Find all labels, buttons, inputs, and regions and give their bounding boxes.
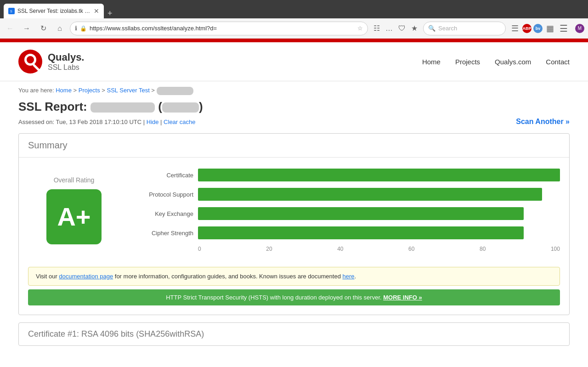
search-bar[interactable]: 🔍 Search [423, 22, 506, 35]
overall-rating: Overall Rating A+ [28, 176, 120, 244]
nav-qualys[interactable]: Qualys.com [495, 58, 531, 66]
nav-bar: ← → ↻ ⌂ ℹ 🔒 https://www.ssllabs.com/sslt… [0, 18, 588, 39]
report-ip-redacted [162, 102, 199, 113]
nav-projects[interactable]: Projects [455, 58, 480, 66]
breadcrumb: You are here: Home > Projects > SSL Serv… [18, 87, 570, 95]
bar-chart-area: Certificate Protocol Support Key Exchang… [138, 169, 560, 252]
bar-row-cipher: Cipher Strength [138, 226, 560, 239]
bookmark-icon[interactable]: ☆ [357, 25, 363, 32]
grade-box: A+ [46, 189, 102, 244]
search-placeholder: Search [438, 25, 457, 32]
reader-view-icon[interactable]: ☷ [372, 23, 382, 34]
svg-text:S: S [10, 10, 12, 13]
url-display: https://www.ssllabs.com/ssltest/analyze.… [90, 25, 355, 32]
browser-chrome: S SSL Server Test: izolabs.tk (Po... ✕ + [0, 0, 588, 18]
certificate-heading: Certificate #1: RSA 4096 bits (SHA256wit… [28, 329, 560, 339]
scan-another-link[interactable]: Scan Another » [516, 118, 570, 126]
hide-link[interactable]: Hide [147, 119, 159, 125]
certificate-card-header: Certificate #1: RSA 4096 bits (SHA256wit… [19, 323, 569, 345]
address-bar[interactable]: ℹ 🔒 https://www.ssllabs.com/ssltest/anal… [70, 22, 368, 35]
more-options-icon[interactable]: … [384, 23, 395, 34]
top-accent-bar [0, 39, 588, 42]
overall-rating-label: Overall Rating [28, 176, 120, 184]
summary-body: Overall Rating A+ Certificate Protocol S [19, 158, 569, 263]
site-nav: Home Projects Qualys.com Contact [422, 58, 570, 66]
x-axis-20: 20 [266, 246, 272, 252]
nav-home[interactable]: Home [422, 58, 441, 66]
search-icon: 🔍 [428, 25, 435, 32]
breadcrumb-home[interactable]: Home [56, 87, 72, 94]
bar-label-protocol: Protocol Support [138, 191, 193, 198]
page-wrapper: Qualys. SSL Labs Home Projects Qualys.co… [0, 39, 588, 367]
bar-container-certificate [198, 169, 560, 181]
assessed-on-value: Tue, 13 Feb 2018 17:10:10 UTC [56, 119, 141, 125]
bar-row-protocol: Protocol Support [138, 188, 560, 201]
bar-container-cipher [198, 226, 560, 239]
tab-favicon: S [8, 8, 15, 14]
grade-text: A+ [57, 204, 90, 230]
content-area: You are here: Home > Projects > SSL Serv… [0, 81, 588, 359]
hsts-info-box: HTTP Strict Transport Security (HSTS) wi… [28, 289, 560, 305]
logo-text: Qualys. SSL Labs [48, 51, 84, 72]
hsts-text: HTTP Strict Transport Security (HSTS) wi… [166, 294, 383, 301]
nav-contact[interactable]: Contact [546, 58, 570, 66]
active-tab[interactable]: S SSL Server Test: izolabs.tk (Po... ✕ [4, 4, 104, 18]
info-box-yellow: Visit our documentation page for more in… [28, 267, 560, 286]
extension2-icon[interactable]: bv [533, 24, 543, 33]
home-button[interactable]: ⌂ [53, 22, 66, 35]
ssl-labs-product: SSL Labs [48, 63, 84, 72]
more-info-link[interactable]: MORE INFO » [383, 294, 422, 301]
bar-cipher [198, 226, 524, 239]
svg-point-4 [27, 56, 34, 63]
breadcrumb-projects[interactable]: Projects [79, 87, 100, 94]
forward-button[interactable]: → [20, 22, 33, 35]
browser-tools: ☰ ABP bv ▦ ☰ [509, 22, 570, 35]
bar-row-certificate: Certificate [138, 169, 560, 181]
x-axis-80: 80 [480, 246, 486, 252]
bar-label-certificate: Certificate [138, 172, 193, 179]
sidebar-icon[interactable]: ▦ [544, 23, 556, 34]
known-issues-link[interactable]: here [343, 273, 355, 280]
bar-row-keyexchange: Key Exchange [138, 207, 560, 220]
browser-tabs: S SSL Server Test: izolabs.tk (Po... ✕ + [4, 0, 116, 18]
new-tab-button[interactable]: + [104, 9, 116, 18]
chart-x-axis: 0 20 40 60 80 100 [138, 246, 560, 252]
summary-card: Summary Overall Rating A+ Certificate [18, 133, 570, 315]
bar-label-keyexchange: Key Exchange [138, 210, 193, 217]
shield-icon[interactable]: 🛡 [396, 23, 407, 34]
breadcrumb-domain-redacted [157, 87, 193, 95]
summary-header: Summary [19, 134, 569, 158]
bar-keyexchange [198, 207, 524, 220]
menu-icon[interactable]: ☰ [558, 22, 570, 35]
assessed-on-label: Assessed on: [18, 119, 54, 125]
report-domain-redacted [90, 102, 155, 113]
bar-label-cipher: Cipher Strength [138, 230, 193, 237]
address-actions: ☷ … 🛡 ★ [372, 23, 419, 34]
purple-ext-icon[interactable]: M [575, 24, 584, 33]
assessed-on-area: Assessed on: Tue, 13 Feb 2018 17:10:10 U… [18, 119, 195, 125]
qualys-brand: Qualys. [48, 51, 84, 63]
report-title-prefix: SSL Report: [18, 100, 87, 113]
logo-area: Qualys. SSL Labs [18, 50, 84, 73]
adblock-icon[interactable]: ABP [522, 24, 531, 33]
x-axis-60: 60 [408, 246, 414, 252]
report-meta: Assessed on: Tue, 13 Feb 2018 17:10:10 U… [18, 118, 570, 126]
star-icon[interactable]: ★ [409, 23, 419, 34]
bar-certificate [198, 169, 560, 181]
clear-cache-link[interactable]: Clear cache [164, 119, 195, 125]
bar-container-keyexchange [198, 207, 560, 220]
library-icon[interactable]: ☰ [509, 23, 520, 34]
documentation-page-link[interactable]: documentation page [59, 273, 113, 280]
tab-title: SSL Server Test: izolabs.tk (Po... [17, 8, 91, 14]
certificate-card: Certificate #1: RSA 4096 bits (SHA256wit… [18, 322, 570, 346]
you-are-here-label: You are here: [18, 87, 54, 94]
x-axis-100: 100 [551, 246, 560, 252]
breadcrumb-ssl-server-test[interactable]: SSL Server Test [107, 87, 150, 94]
qualys-logo-icon [18, 50, 42, 73]
reload-button[interactable]: ↻ [37, 22, 50, 35]
summary-heading: Summary [28, 140, 560, 151]
tab-close-button[interactable]: ✕ [94, 7, 99, 15]
x-axis-40: 40 [337, 246, 343, 252]
back-button[interactable]: ← [4, 22, 17, 35]
info-icon: ℹ [75, 25, 77, 32]
